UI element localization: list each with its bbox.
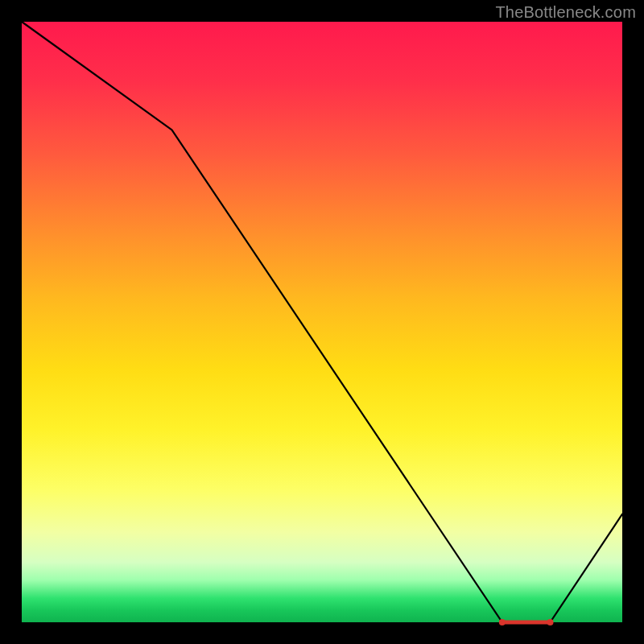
- chart-svg: [22, 22, 622, 622]
- highlight-dot-end: [547, 619, 554, 625]
- chart-stage: TheBottleneck.com: [0, 0, 644, 644]
- watermark-text: TheBottleneck.com: [495, 3, 636, 22]
- chart-series-line: [22, 22, 622, 622]
- highlight-segment: [502, 621, 551, 625]
- highlight-dot-start: [499, 619, 506, 625]
